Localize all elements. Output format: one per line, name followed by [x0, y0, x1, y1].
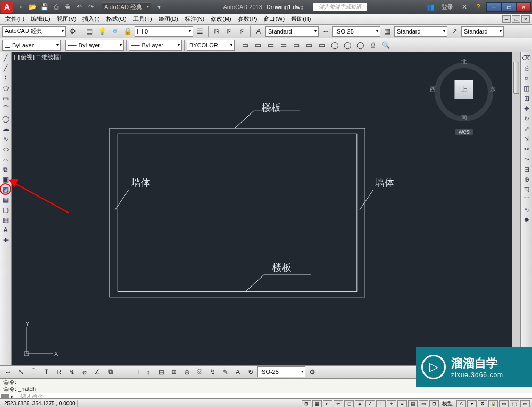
layer-freeze-icon[interactable]: ❄: [109, 26, 121, 37]
tablestyle-dropdown[interactable]: Standard▾: [394, 26, 447, 37]
std-tool-icon[interactable]: ▭: [265, 39, 277, 51]
layer-dropdown[interactable]: 0▾: [135, 26, 193, 37]
xline-icon[interactable]: ╱: [1, 63, 11, 73]
menu-format[interactable]: 格式(O): [103, 14, 130, 24]
std-tool-icon[interactable]: ▭: [252, 39, 264, 51]
offset-icon[interactable]: ◫: [521, 84, 532, 93]
mdi-minimize-button[interactable]: ─: [502, 15, 511, 23]
textstyle-dropdown[interactable]: Standard▾: [265, 26, 319, 37]
dim-continue-icon[interactable]: ⊣: [130, 366, 142, 378]
std-tool-icon[interactable]: ◯: [329, 39, 340, 51]
dimstyle-select[interactable]: ISO-25▾: [257, 366, 305, 377]
stretch-icon[interactable]: ⇲: [521, 134, 532, 144]
layer-on-icon[interactable]: 💡: [96, 26, 108, 37]
rectangle-icon[interactable]: ▭: [1, 94, 11, 103]
status-dyn-icon[interactable]: +: [387, 400, 396, 407]
vertical-scrollbar[interactable]: [512, 52, 520, 377]
window-minimize-button[interactable]: ─: [486, 2, 501, 12]
status-coords[interactable]: 2523.6836, 354.1275 , 0.0000: [2, 400, 78, 407]
wcs-badge[interactable]: WCS: [455, 129, 473, 135]
dimstyle-icon[interactable]: ↔: [320, 26, 331, 37]
std-tool-icon[interactable]: ▭: [239, 39, 251, 51]
mdi-close-button[interactable]: ✕: [521, 15, 530, 23]
mleaderstyle-icon[interactable]: ↗: [448, 26, 460, 37]
menu-tools[interactable]: 工具(T): [130, 14, 155, 24]
trim-icon[interactable]: ✂: [521, 144, 532, 154]
status-ducs-icon[interactable]: L: [376, 400, 386, 407]
spline-icon[interactable]: ∿: [1, 134, 11, 144]
std-tool-icon[interactable]: ▭: [316, 39, 328, 51]
circle-icon[interactable]: ◯: [1, 114, 11, 124]
workspace-select[interactable]: AutoCAD 经典▾: [2, 26, 66, 37]
menu-view[interactable]: 视图(V): [54, 14, 80, 24]
qat-open-icon[interactable]: 📂: [27, 2, 38, 12]
line-icon[interactable]: ╱: [1, 53, 11, 63]
region-icon[interactable]: ▢: [1, 205, 11, 215]
revcloud-icon[interactable]: ☁: [1, 124, 11, 134]
ellipsearc-icon[interactable]: ⌓: [1, 154, 11, 164]
erase-icon[interactable]: ⌫: [521, 53, 532, 63]
dim-inspect-icon[interactable]: ⦾: [194, 366, 205, 378]
status-ortho-icon[interactable]: ⊾: [323, 400, 332, 407]
drawing-canvas[interactable]: [-][俯视][二维线框] 楼板 楼板 墙体 墙体 北 南: [12, 52, 512, 377]
dim-linear-icon[interactable]: ↔: [2, 366, 14, 378]
dim-quick-icon[interactable]: ⧉: [104, 366, 116, 378]
textstyle-icon[interactable]: A: [253, 26, 264, 37]
mirror-icon[interactable]: ⧈: [521, 74, 532, 83]
plotstyle-dropdown[interactable]: BYCOLOR▾: [187, 40, 235, 51]
dim-diameter-icon[interactable]: ⌀: [79, 366, 90, 378]
tablestyle-icon[interactable]: ▦: [381, 26, 393, 37]
qat-redo-icon[interactable]: ↷: [86, 2, 96, 12]
move-icon[interactable]: ✥: [521, 104, 532, 113]
dim-center-icon[interactable]: ⊕: [181, 366, 193, 378]
blend-icon[interactable]: ∿: [521, 205, 532, 215]
status-sc-icon[interactable]: ⊡: [429, 400, 439, 407]
ellipse-icon[interactable]: ⬭: [1, 144, 11, 154]
exchange-icon[interactable]: ✕: [459, 2, 470, 12]
help-icon[interactable]: ?: [473, 2, 484, 12]
menu-insert[interactable]: 插入(I): [79, 14, 103, 24]
status-osnap-icon[interactable]: ◻: [344, 400, 354, 407]
status-tpy-icon[interactable]: ▤: [408, 400, 418, 407]
viewcube-west[interactable]: 西: [430, 85, 436, 93]
infocenter-icon[interactable]: 👥: [425, 2, 436, 12]
workspace-settings-icon[interactable]: ⚙: [67, 26, 79, 37]
gradient-icon[interactable]: ▦: [1, 195, 11, 205]
scroll-thumb[interactable]: [513, 62, 519, 94]
qat-new-icon[interactable]: ▫: [15, 2, 26, 12]
explode-icon[interactable]: ✸: [521, 215, 532, 225]
window-maximize-button[interactable]: ▭: [501, 2, 516, 12]
qat-undo-icon[interactable]: ↶: [74, 2, 85, 12]
viewcube-top[interactable]: 上: [454, 80, 473, 99]
table-icon[interactable]: ▦: [1, 215, 11, 225]
menu-dimension[interactable]: 标注(N): [181, 14, 207, 24]
status-polar-icon[interactable]: ✳: [334, 400, 343, 407]
dim-tedit-icon[interactable]: A: [232, 366, 244, 378]
status-hw-icon[interactable]: ▭: [499, 400, 509, 407]
status-otrack-icon[interactable]: ∠: [365, 400, 375, 407]
dim-angular-icon[interactable]: ∠: [92, 366, 103, 378]
chamfer-icon[interactable]: ◹: [521, 185, 532, 194]
app-logo[interactable]: A: [1, 1, 13, 13]
dim-joglinear-icon[interactable]: ↯: [206, 366, 218, 378]
dimstyle-dropdown[interactable]: ISO-25▾: [332, 26, 380, 37]
dim-aligned-icon[interactable]: ⤡: [15, 366, 27, 378]
layer-lock-icon[interactable]: 🔒: [122, 26, 134, 37]
pline-icon[interactable]: ⌇: [1, 74, 11, 83]
extend-icon[interactable]: ⤳: [521, 154, 532, 164]
viewcube-south[interactable]: 南: [432, 113, 496, 121]
status-space[interactable]: 模型: [440, 400, 455, 407]
login-button[interactable]: 登录: [442, 3, 453, 11]
dim-ordinate-icon[interactable]: ⤒: [40, 366, 52, 378]
dim-arc-icon[interactable]: ⌒: [28, 366, 39, 378]
dim-radius-icon[interactable]: R: [53, 366, 65, 378]
mdi-restore-button[interactable]: ▭: [512, 15, 520, 23]
std-tool-icon[interactable]: 🔍: [380, 39, 392, 51]
insert-icon[interactable]: ⧉: [1, 165, 11, 174]
layer-manager-icon[interactable]: ▤: [84, 26, 95, 37]
block-icon[interactable]: ▣: [1, 175, 11, 184]
arc-icon[interactable]: ⌒: [1, 104, 11, 113]
status-iso-icon[interactable]: ◯: [510, 400, 519, 407]
dim-break-icon[interactable]: ⊟: [155, 366, 167, 378]
status-lock-icon[interactable]: 🔒: [488, 400, 498, 407]
